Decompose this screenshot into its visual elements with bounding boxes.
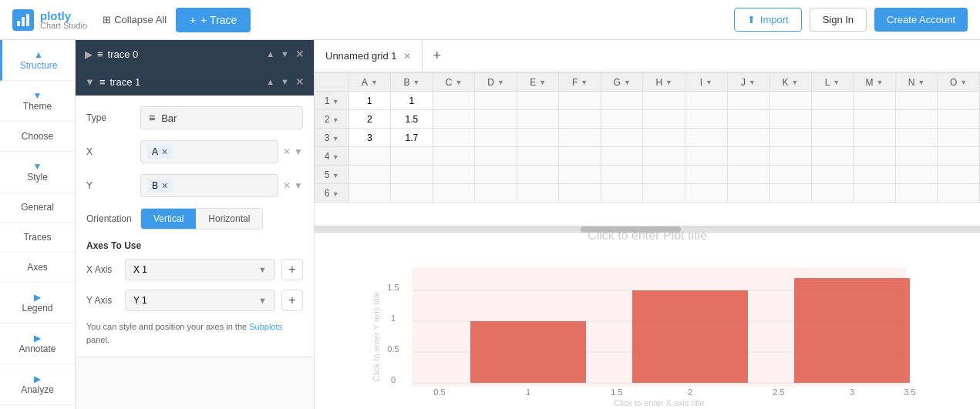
cell-4-col13[interactable] — [854, 147, 896, 166]
cell-5-col7[interactable] — [601, 166, 643, 184]
cell-5-col1[interactable] — [349, 166, 391, 184]
cell-6-col5[interactable] — [517, 184, 559, 203]
sidebar-item-export[interactable]: ▶ Export — [0, 405, 75, 409]
cell-3-col10[interactable] — [727, 129, 770, 147]
cell-6-col8[interactable] — [643, 184, 685, 203]
sidebar-item-choose[interactable]: Choose — [0, 122, 75, 152]
cell-6-col3[interactable] — [433, 184, 475, 203]
cell-6-col11[interactable] — [770, 184, 812, 203]
cell-2-col13[interactable] — [854, 110, 896, 129]
cell-3-col4[interactable] — [475, 129, 517, 147]
cell-3-col13[interactable] — [854, 129, 896, 147]
cell-6-col6[interactable] — [559, 184, 601, 203]
cell-4-col7[interactable] — [601, 147, 643, 166]
cell-2-col8[interactable] — [643, 110, 685, 129]
sign-in-button[interactable]: Sign In — [810, 8, 867, 32]
scrollbar-thumb[interactable] — [581, 226, 680, 233]
cell-6-col13[interactable] — [854, 184, 896, 203]
trace0-header[interactable]: ▶ ≡ trace 0 ▲ ▼ ✕ — [76, 40, 314, 68]
cell-1-col4[interactable] — [475, 92, 517, 110]
cell-3-b[interactable]: 1.7 — [391, 129, 433, 147]
add-trace-button[interactable]: + + Trace — [176, 8, 251, 32]
cell-5-col12[interactable] — [811, 166, 854, 184]
x-tag-remove-icon[interactable]: ✕ — [161, 147, 168, 157]
y-tag-remove-icon[interactable]: ✕ — [161, 181, 168, 191]
cell-6-col14[interactable] — [895, 184, 938, 203]
col-header-O[interactable]: O▼ — [938, 73, 980, 92]
cell-1-col9[interactable] — [685, 92, 728, 110]
cell-5-col5[interactable] — [517, 166, 559, 184]
cell-1-col8[interactable] — [643, 92, 685, 110]
cell-4-col14[interactable] — [895, 147, 938, 166]
cell-3-col7[interactable] — [601, 129, 643, 147]
col-header-B[interactable]: B▼ — [391, 73, 433, 92]
col-header-D[interactable]: D▼ — [475, 73, 517, 92]
cell-3-col6[interactable] — [559, 129, 601, 147]
cell-5-col3[interactable] — [433, 166, 475, 184]
row-handle-6[interactable]: ▼ — [332, 190, 339, 198]
cell-5-col4[interactable] — [475, 166, 517, 184]
sidebar-item-theme[interactable]: ▼ Theme — [0, 81, 75, 122]
cell-6-col7[interactable] — [601, 184, 643, 203]
cell-3-col12[interactable] — [811, 129, 854, 147]
sidebar-item-annotate[interactable]: ▶ Annotate — [0, 324, 75, 364]
sidebar-item-style[interactable]: ▼ Style — [0, 152, 75, 193]
col-header-C[interactable]: C▼ — [433, 73, 475, 92]
sidebar-item-general[interactable]: General — [0, 193, 75, 223]
y-clear-icon[interactable]: ✕ — [283, 180, 291, 191]
col-header-M[interactable]: M▼ — [854, 73, 896, 92]
cell-6-col1[interactable] — [349, 184, 391, 203]
subplots-link[interactable]: Subplots — [249, 322, 282, 331]
sidebar-item-analyze[interactable]: ▶ Analyze — [0, 364, 75, 405]
x-tag-input[interactable]: A ✕ — [140, 140, 278, 163]
grid-tab-unnamed[interactable]: Unnamed grid 1 ✕ — [315, 40, 423, 72]
cell-3-col11[interactable] — [770, 129, 812, 147]
create-account-button[interactable]: Create Account — [874, 8, 968, 32]
row-handle-2[interactable]: ▼ — [332, 116, 339, 124]
cell-1-col5[interactable] — [517, 92, 559, 110]
cell-1-col3[interactable] — [433, 92, 475, 110]
cell-4-col10[interactable] — [727, 147, 770, 166]
trace1-down-icon[interactable]: ▼ — [281, 77, 289, 86]
cell-1-col15[interactable] — [938, 92, 980, 110]
col-header-N[interactable]: N▼ — [895, 73, 938, 92]
sidebar-item-axes[interactable]: Axes — [0, 253, 75, 283]
orientation-horizontal-button[interactable]: Horizontal — [196, 209, 262, 229]
cell-4-col1[interactable] — [349, 147, 391, 166]
cell-6-col15[interactable] — [938, 184, 980, 203]
import-button[interactable]: ⬆ Import — [734, 8, 802, 32]
sidebar-item-traces[interactable]: Traces — [0, 223, 75, 253]
col-header-F[interactable]: F▼ — [559, 73, 601, 92]
cell-1-col12[interactable] — [811, 92, 854, 110]
cell-2-col12[interactable] — [811, 110, 854, 129]
cell-6-col2[interactable] — [391, 184, 433, 203]
cell-5-col6[interactable] — [559, 166, 601, 184]
x-expand-icon[interactable]: ▼ — [294, 146, 303, 157]
cell-2-col7[interactable] — [601, 110, 643, 129]
cell-2-col9[interactable] — [685, 110, 728, 129]
row-handle-1[interactable]: ▼ — [332, 98, 339, 106]
trace1-up-icon[interactable]: ▲ — [266, 77, 274, 86]
cell-2-col4[interactable] — [475, 110, 517, 129]
cell-6-col9[interactable] — [685, 184, 728, 203]
col-header-H[interactable]: H▼ — [643, 73, 685, 92]
cell-1-col13[interactable] — [854, 92, 896, 110]
cell-1-col10[interactable] — [727, 92, 770, 110]
x-axis-add-button[interactable]: + — [281, 259, 303, 280]
collapse-all-button[interactable]: ⊞ Collapse All — [103, 14, 167, 25]
horizontal-scrollbar[interactable] — [315, 226, 980, 233]
cell-4-col4[interactable] — [475, 147, 517, 166]
cell-4-col12[interactable] — [811, 147, 854, 166]
row-handle-4[interactable]: ▼ — [332, 153, 339, 161]
cell-5-col2[interactable] — [391, 166, 433, 184]
cell-2-b[interactable]: 1.5 — [391, 110, 433, 129]
col-header-J[interactable]: J▼ — [727, 73, 770, 92]
cell-2-col5[interactable] — [517, 110, 559, 129]
cell-5-col8[interactable] — [643, 166, 685, 184]
cell-5-col10[interactable] — [727, 166, 770, 184]
trace1-close-icon[interactable]: ✕ — [295, 75, 305, 88]
cell-2-col14[interactable] — [895, 110, 938, 129]
cell-2-col6[interactable] — [559, 110, 601, 129]
cell-5-col11[interactable] — [770, 166, 812, 184]
cell-1-col7[interactable] — [601, 92, 643, 110]
